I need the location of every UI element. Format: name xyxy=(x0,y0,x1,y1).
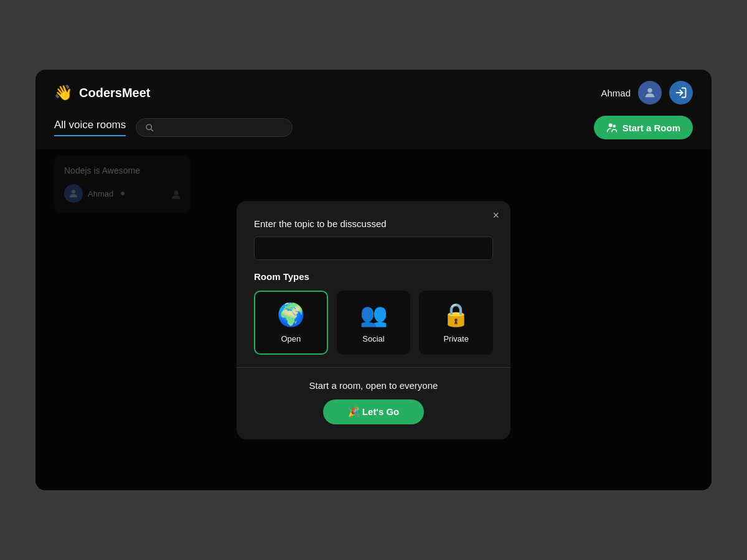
room-types-grid: 🌍 Open 👥 Social 🔒 Private xyxy=(254,291,493,355)
search-input[interactable] xyxy=(159,123,283,133)
search-bar[interactable] xyxy=(136,118,293,137)
modal-close-button[interactable]: × xyxy=(492,210,499,221)
modal-overlay: × Enter the topic to be disscussed Room … xyxy=(35,149,712,490)
logo-area: 👋 CodersMeet xyxy=(54,84,150,101)
topic-label: Enter the topic to be disscussed xyxy=(254,218,493,229)
logout-button[interactable] xyxy=(669,81,693,105)
social-label: Social xyxy=(362,334,384,343)
header-right: Ahmad xyxy=(601,81,693,105)
start-room-label: Start a Room xyxy=(622,123,680,133)
topic-input[interactable] xyxy=(254,236,493,260)
start-room-button[interactable]: Start a Room xyxy=(594,116,693,139)
logo-text: CodersMeet xyxy=(79,86,150,100)
room-type-private[interactable]: 🔒 Private xyxy=(419,291,493,355)
toolbar: All voice rooms Start a Room xyxy=(35,116,712,149)
main-content: Nodejs is Awesome Ahmad xyxy=(35,149,712,490)
app-window: 👋 CodersMeet Ahmad All voice roo xyxy=(34,68,713,492)
svg-point-3 xyxy=(613,125,616,128)
room-type-social[interactable]: 👥 Social xyxy=(337,291,411,355)
room-type-open[interactable]: 🌍 Open xyxy=(254,291,328,355)
users-icon xyxy=(606,122,618,133)
logo-emoji: 👋 xyxy=(54,84,73,101)
open-label: Open xyxy=(281,334,301,343)
toolbar-left: All voice rooms xyxy=(54,118,293,137)
svg-point-2 xyxy=(608,123,612,127)
search-icon xyxy=(145,123,154,132)
footer-description: Start a room, open to everyone xyxy=(309,380,438,391)
room-types-label: Room Types xyxy=(254,271,493,282)
username-label: Ahmad xyxy=(601,88,631,98)
open-icon: 🌍 xyxy=(277,302,305,328)
section-title: All voice rooms xyxy=(54,119,126,136)
social-icon: 👥 xyxy=(360,302,388,328)
lets-go-button[interactable]: 🎉 Let's Go xyxy=(323,399,425,424)
private-icon: 🔒 xyxy=(442,302,470,328)
modal-footer: Start a room, open to everyone 🎉 Let's G… xyxy=(237,367,510,439)
svg-point-0 xyxy=(647,88,652,93)
create-room-modal: × Enter the topic to be disscussed Room … xyxy=(237,201,510,439)
header: 👋 CodersMeet Ahmad xyxy=(35,70,712,116)
private-label: Private xyxy=(443,334,468,343)
user-avatar[interactable] xyxy=(638,81,662,105)
modal-body: Enter the topic to be disscussed Room Ty… xyxy=(237,201,510,355)
